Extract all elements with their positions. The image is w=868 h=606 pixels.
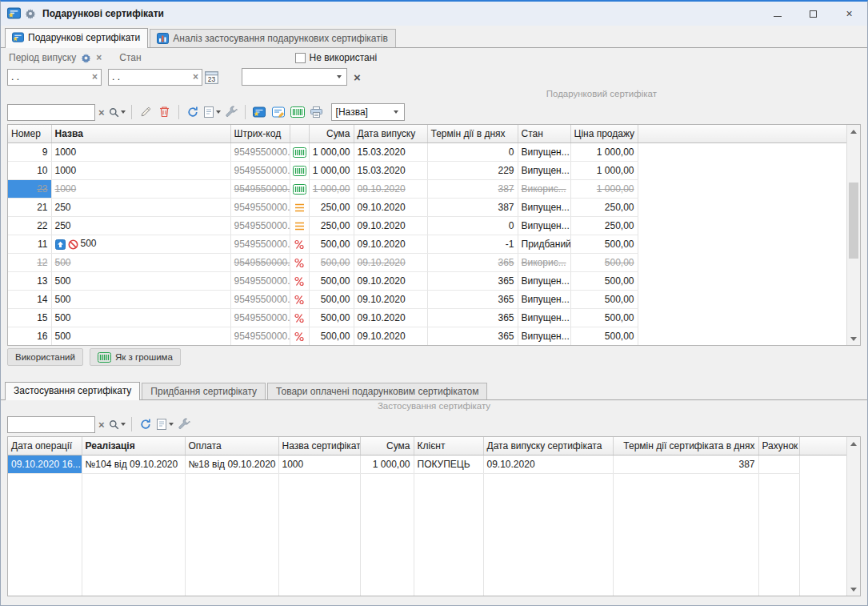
column-header[interactable]: Рахунок	[758, 437, 799, 455]
column-header[interactable]: Дата випуску	[354, 125, 427, 142]
legend-used-chip[interactable]: Використаний	[7, 348, 83, 366]
column-header[interactable]: Термін дії в днях	[427, 125, 518, 142]
cell-price: 250,00	[570, 216, 638, 235]
tab-certificate-application[interactable]: Застосування сертифікату	[5, 382, 140, 400]
wrench-icon[interactable]	[222, 103, 240, 121]
chevron-down-icon[interactable]	[390, 105, 402, 119]
minimize-button[interactable]	[759, 2, 795, 26]
date-to-input[interactable]: . . ×	[108, 69, 202, 86]
table-row[interactable]: 910009549550000...1 000,0015.03.20200Вип…	[8, 142, 846, 161]
date-from-input[interactable]: . . ×	[7, 69, 102, 86]
table-row[interactable]: 135009549550000...500,0009.10.2020365Вип…	[8, 271, 846, 290]
column-header[interactable]: Клієнт	[414, 437, 483, 455]
date-from-clear-icon[interactable]: ×	[92, 71, 98, 82]
tab-goods-paid[interactable]: Товари оплачені подарунковим сертифікато…	[267, 383, 487, 399]
column-header[interactable]: Ціна продажу	[570, 125, 638, 142]
column-header[interactable]: Сума	[309, 125, 354, 142]
column-header[interactable]: Сума	[360, 437, 414, 455]
table-row[interactable]	[8, 510, 846, 528]
column-header[interactable]: Номер	[8, 125, 51, 142]
cell-days: -1	[427, 235, 518, 253]
period-clear-icon[interactable]: ×	[96, 53, 102, 62]
scroll-up-icon[interactable]	[847, 125, 860, 138]
column-header[interactable]: Дата операції	[8, 437, 82, 455]
edit-pencil-icon[interactable]	[137, 103, 154, 121]
refresh-icon[interactable]	[184, 103, 202, 121]
report-document-icon[interactable]	[156, 415, 174, 433]
clear-search-icon[interactable]: ×	[95, 419, 108, 431]
search-input[interactable]	[7, 416, 95, 433]
search-icon[interactable]	[109, 415, 126, 433]
date-to-clear-icon[interactable]: ×	[193, 71, 198, 82]
certificate-new-icon[interactable]	[250, 103, 268, 121]
tab-label: Товари оплачені подарунковим сертифікато…	[276, 386, 478, 397]
cell-price: 1 000,00	[570, 161, 638, 179]
cell-days: 365	[427, 253, 518, 271]
cell-name: 500	[51, 308, 230, 327]
column-header[interactable]: Термін дії сертифіката в днях	[613, 437, 758, 455]
chevron-down-icon[interactable]	[333, 70, 345, 84]
refresh-icon[interactable]	[137, 415, 154, 433]
tab-gift-certificates[interactable]: Подарункові сертифікати	[5, 28, 148, 48]
checkbox-box[interactable]	[295, 53, 306, 63]
table-row[interactable]: 165009549550000...500,0009.10.2020365Вип…	[8, 327, 846, 345]
search-icon[interactable]	[109, 103, 126, 121]
tab-analysis[interactable]: Аналіз застосування подарункових сертифі…	[150, 29, 396, 47]
wrench-icon[interactable]	[175, 415, 193, 433]
column-header[interactable]: Назва сертифікату	[278, 437, 360, 455]
table-row[interactable]: 125009549550000...500,0009.10.2020365Вик…	[8, 253, 846, 271]
maximize-button[interactable]	[795, 2, 831, 26]
cell-num: 13	[8, 271, 51, 290]
table-row[interactable]: 212509549550000...250,0009.10.2020387Вип…	[8, 198, 846, 216]
cell-date: 09.10.2020	[354, 327, 427, 345]
unused-checkbox[interactable]: Не використані	[295, 52, 378, 63]
certificate-edit-icon[interactable]	[270, 103, 287, 121]
print-icon[interactable]	[308, 103, 326, 121]
close-button[interactable]: ×	[831, 2, 867, 26]
table-row[interactable]: 115009549550000...500,0009.10.2020-1Прид…	[8, 235, 846, 253]
table-row[interactable]: 09.10.2020 16...№104 від 09.10.2020№18 в…	[8, 455, 846, 473]
table-row[interactable]: 155009549550000...500,0009.10.2020365Вип…	[8, 308, 846, 327]
state-combobox[interactable]	[242, 68, 347, 86]
tab-certificate-purchase[interactable]: Придбання сертифікату	[142, 383, 266, 399]
clear-search-icon[interactable]: ×	[95, 106, 108, 118]
vertical-scrollbar[interactable]	[846, 125, 860, 345]
table-row[interactable]	[8, 528, 846, 547]
table-row[interactable]	[8, 547, 846, 565]
vertical-scrollbar[interactable]	[846, 437, 860, 596]
table-row[interactable]	[8, 473, 846, 492]
column-header[interactable]	[290, 125, 309, 142]
scroll-up-icon[interactable]	[847, 437, 860, 450]
cell-date: 09.10.2020	[354, 235, 427, 253]
legend-money-chip[interactable]: Як з грошима	[90, 348, 181, 366]
search-input[interactable]	[7, 104, 95, 121]
table-row[interactable]: 145009549550000...500,0009.10.2020365Вип…	[8, 290, 846, 308]
scroll-down-icon[interactable]	[847, 332, 860, 345]
name-filter-combobox[interactable]: [Назва]	[331, 103, 405, 121]
report-document-icon[interactable]	[203, 103, 221, 121]
column-header[interactable]: Оплата	[185, 437, 278, 455]
scrollbar-thumb[interactable]	[849, 183, 858, 259]
table-row[interactable]	[8, 492, 846, 510]
period-settings-gear-icon[interactable]	[81, 53, 91, 63]
column-header[interactable]: Назва	[51, 125, 230, 142]
table-row[interactable]	[8, 565, 846, 584]
state-clear-icon[interactable]: ×	[354, 70, 361, 84]
barcode-icon[interactable]	[289, 103, 306, 121]
cell-name: 1000	[51, 179, 230, 198]
column-header[interactable]: Дата випуску сертифіката	[483, 437, 613, 455]
column-header[interactable]: Стан	[518, 125, 570, 142]
column-header[interactable]: Штрих-код	[230, 125, 290, 142]
splitter[interactable]	[1, 368, 867, 376]
gear-icon[interactable]	[25, 8, 36, 19]
scroll-down-icon[interactable]	[847, 583, 860, 596]
table-row[interactable]: 1010009549550000...1 000,0015.03.2020229…	[8, 161, 846, 179]
table-row[interactable]: 222509549550000...250,0009.10.20200Випущ…	[8, 216, 846, 235]
table-row[interactable]	[8, 584, 846, 596]
cell-price: 1 000,00	[570, 142, 638, 161]
table-row[interactable]: 2310009549550000...1 000,0009.10.2020387…	[8, 179, 846, 198]
delete-trash-icon[interactable]	[156, 103, 174, 121]
calendar-icon[interactable]: 23	[204, 70, 219, 85]
cell-price: 250,00	[570, 198, 638, 216]
column-header[interactable]: Реалізація	[82, 437, 185, 455]
